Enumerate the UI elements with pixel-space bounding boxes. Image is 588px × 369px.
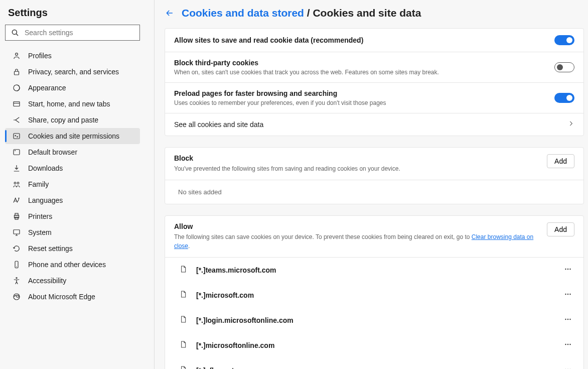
nav-profiles[interactable]: Profiles (5, 48, 140, 64)
nav-label: Start, home, and new tabs (28, 100, 110, 108)
accessibility-icon (12, 276, 21, 285)
nav-phone-devices[interactable]: Phone and other devices (5, 257, 140, 273)
svg-rect-6 (14, 134, 20, 139)
svg-point-30 (567, 344, 568, 345)
svg-point-11 (14, 182, 16, 184)
allow-sub: The following sites can save cookies on … (174, 232, 535, 251)
nav-default-browser[interactable]: Default browser (5, 144, 140, 160)
nav-downloads[interactable]: Downloads (5, 160, 140, 176)
nav-accessibility[interactable]: Accessibility (5, 273, 140, 289)
block-add-button[interactable]: Add (547, 154, 574, 168)
svg-point-28 (569, 319, 570, 320)
see-all-title: See all cookies and site data (174, 120, 263, 129)
svg-point-23 (565, 294, 566, 295)
nav-label: Reset settings (28, 244, 73, 253)
nav-label: System (28, 228, 52, 236)
site-more-button[interactable] (561, 338, 574, 353)
svg-point-29 (565, 344, 566, 345)
allow-section-card: Allow The following sites can save cooki… (165, 215, 584, 369)
site-domain: [*.]login.microsoftonline.com (196, 316, 552, 324)
nav-start-home[interactable]: Start, home, and new tabs (5, 96, 140, 112)
nav-printers[interactable]: Printers (5, 208, 140, 224)
site-domain: [*.]sfbassets.com (196, 366, 552, 369)
file-icon (179, 315, 187, 325)
allow-cookies-toggle[interactable] (554, 35, 574, 45)
allow-title: Allow (174, 222, 535, 230)
search-settings-field[interactable] (5, 25, 140, 41)
nav-label: Profiles (28, 52, 52, 60)
settings-sidebar: Settings Profiles Privacy, search, and s… (0, 0, 155, 369)
svg-rect-3 (15, 71, 19, 75)
svg-point-2 (16, 53, 18, 56)
breadcrumb-sep: / (307, 7, 310, 19)
system-icon (12, 228, 21, 237)
search-input[interactable] (25, 29, 134, 37)
site-more-button[interactable] (561, 263, 574, 278)
file-icon (179, 265, 187, 275)
allowed-site-row: [*.]teams.microsoft.com (165, 258, 583, 283)
site-more-button[interactable] (561, 363, 574, 369)
site-more-button[interactable] (561, 288, 574, 303)
printer-icon (12, 212, 21, 221)
nav-label: Appearance (28, 84, 66, 92)
toggle-sub: Uses cookies to remember your preference… (174, 99, 386, 106)
tabs-icon (12, 99, 21, 108)
nav-about[interactable]: About Microsoft Edge (5, 289, 140, 305)
nav-label: About Microsoft Edge (28, 293, 95, 301)
block-section-card: Block You've prevented the following sit… (165, 147, 584, 204)
family-icon (12, 180, 21, 189)
nav-languages[interactable]: Languages (5, 192, 140, 208)
settings-nav: Profiles Privacy, search, and services A… (5, 48, 154, 305)
allowed-site-row: [*.]login.microsoftonline.com (165, 308, 583, 333)
allowed-site-row: [*.]microsoftonline.com (165, 333, 583, 358)
nav-family[interactable]: Family (5, 176, 140, 192)
nav-reset[interactable]: Reset settings (5, 240, 140, 257)
chevron-right-icon (567, 120, 574, 129)
nav-label: Languages (28, 196, 63, 204)
nav-share-copy[interactable]: Share, copy and paste (5, 112, 140, 128)
nav-appearance[interactable]: Appearance (5, 80, 140, 96)
svg-point-7 (15, 136, 16, 137)
nav-label: Share, copy and paste (28, 116, 98, 124)
block-third-party-toggle[interactable] (554, 62, 574, 72)
site-domain: [*.]microsoft.com (196, 291, 552, 299)
back-button[interactable] (165, 8, 175, 18)
breadcrumb-current: Cookies and site data (313, 7, 421, 19)
block-third-party-row: Block third-party cookies When on, sites… (165, 52, 583, 83)
profile-icon (12, 51, 21, 60)
nav-cookies-permissions[interactable]: Cookies and site permissions (5, 128, 140, 144)
breadcrumb-parent-link[interactable]: Cookies and data stored (182, 7, 304, 19)
preload-toggle[interactable] (554, 93, 574, 103)
appearance-icon (12, 83, 21, 92)
phone-icon (12, 260, 21, 269)
toggle-title: Allow sites to save and read cookie data… (174, 36, 363, 44)
block-empty-text: No sites added (165, 180, 583, 204)
nav-system[interactable]: System (5, 224, 140, 240)
allowed-site-row: [*.]microsoft.com (165, 283, 583, 308)
svg-point-31 (569, 344, 570, 345)
allow-add-button[interactable]: Add (547, 222, 574, 236)
svg-point-18 (16, 278, 17, 279)
svg-point-22 (569, 269, 570, 270)
nav-label: Printers (28, 212, 52, 220)
svg-rect-16 (14, 230, 20, 234)
see-all-cookies-row[interactable]: See all cookies and site data (165, 113, 583, 136)
svg-line-1 (16, 34, 18, 36)
svg-point-8 (17, 137, 18, 138)
nav-label: Privacy, search, and services (28, 68, 119, 76)
svg-point-27 (567, 319, 568, 320)
main-content: Cookies and data stored / Cookies and si… (155, 0, 588, 369)
svg-point-12 (17, 182, 19, 184)
site-domain: [*.]microsoftonline.com (196, 341, 552, 349)
site-more-button[interactable] (561, 313, 574, 328)
cookie-toggles-card: Allow sites to save and read cookie data… (165, 28, 584, 136)
nav-privacy[interactable]: Privacy, search, and services (5, 64, 140, 80)
svg-point-10 (15, 151, 16, 151)
svg-point-25 (569, 294, 570, 295)
svg-point-24 (567, 294, 568, 295)
toggle-title: Preload pages for faster browsing and se… (174, 89, 386, 97)
block-title: Block (174, 154, 400, 162)
svg-rect-14 (15, 213, 18, 215)
cookie-icon (12, 132, 21, 141)
lock-icon (12, 67, 21, 76)
